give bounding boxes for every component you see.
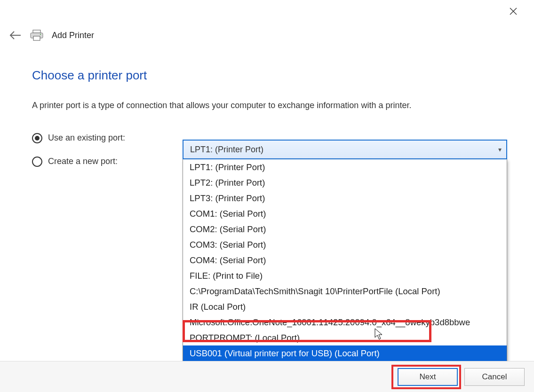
port-option[interactable]: USB001 (Virtual printer port for USB) (L… xyxy=(183,345,507,361)
page-title: Add Printer xyxy=(52,31,94,40)
port-option[interactable]: FILE: (Print to File) xyxy=(183,268,507,283)
wizard-footer: Next Cancel xyxy=(0,361,534,392)
cancel-button[interactable]: Cancel xyxy=(464,368,525,386)
port-option[interactable]: LPT2: (Printer Port) xyxy=(183,175,507,190)
port-option[interactable]: LPT3: (Printer Port) xyxy=(183,190,507,206)
svg-point-6 xyxy=(40,34,41,35)
back-arrow-icon xyxy=(9,31,22,40)
svg-rect-3 xyxy=(33,30,40,33)
port-option[interactable]: COM1: (Serial Port) xyxy=(183,206,507,221)
port-option[interactable]: C:\ProgramData\TechSmith\Snagit 10\Print… xyxy=(183,283,507,299)
radio-label-create: Create a new port: xyxy=(48,157,118,166)
back-button[interactable] xyxy=(8,28,23,42)
port-option[interactable]: COM4: (Serial Port) xyxy=(183,252,507,268)
port-option[interactable]: LPT1: (Printer Port) xyxy=(183,159,507,175)
port-option[interactable]: COM3: (Serial Port) xyxy=(183,237,507,252)
port-dropdown-list[interactable]: LPT1: (Printer Port)LPT2: (Printer Port)… xyxy=(183,159,507,377)
chevron-down-icon: ▾ xyxy=(498,146,502,153)
close-button[interactable] xyxy=(504,4,523,19)
port-combobox[interactable]: LPT1: (Printer Port) ▾ xyxy=(183,140,507,159)
section-description: A printer port is a type of connection t… xyxy=(32,101,515,110)
wizard-header: Add Printer xyxy=(8,28,525,42)
radio-existing-port[interactable] xyxy=(32,133,42,143)
port-option[interactable]: COM2: (Serial Port) xyxy=(183,221,507,237)
port-option[interactable]: IR (Local Port) xyxy=(183,299,507,314)
radio-create-port[interactable] xyxy=(32,157,42,167)
printer-icon xyxy=(30,30,43,41)
close-icon xyxy=(510,8,517,15)
next-button[interactable]: Next xyxy=(398,368,458,386)
port-option[interactable]: PORTPROMPT: (Local Port) xyxy=(183,330,507,345)
combo-selected-text: LPT1: (Printer Port) xyxy=(190,145,263,155)
port-combo-container: LPT1: (Printer Port) ▾ LPT1: (Printer Po… xyxy=(183,140,507,377)
section-heading: Choose a printer port xyxy=(32,68,515,83)
port-option[interactable]: Microsoft.Office.OneNote_16001.11425.200… xyxy=(183,314,507,330)
svg-rect-5 xyxy=(33,36,40,40)
radio-label-existing: Use an existing port: xyxy=(48,133,125,143)
